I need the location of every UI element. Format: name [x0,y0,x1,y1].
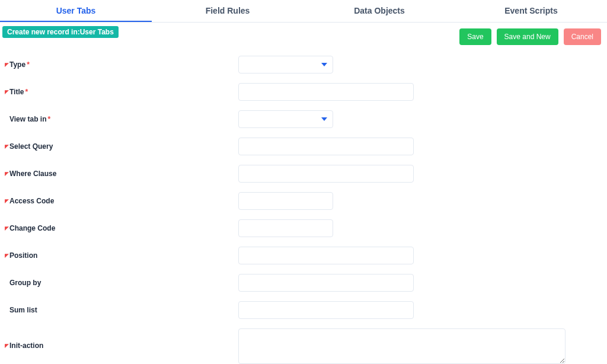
type-label: Type [9,60,25,69]
tab-field-rules[interactable]: Field Rules [152,0,304,22]
where-clause-input[interactable] [238,165,414,183]
position-label: Position [9,251,37,260]
main-tabs: User Tabs Field Rules Data Objects Event… [0,0,607,23]
required-icon: * [25,88,28,96]
save-button[interactable]: Save [459,28,491,45]
type-select[interactable] [238,56,333,74]
required-icon: * [27,60,30,69]
view-tab-in-select[interactable] [238,110,333,128]
field-marker-icon: ◤ [5,199,8,204]
init-action-label: Init-action [9,341,43,350]
record-form: ◤ Type * ◤ Title * ◤ View tab in * ◤ S [0,45,607,364]
field-marker-icon: ◤ [5,171,8,177]
tab-user-tabs[interactable]: User Tabs [0,0,152,22]
where-clause-label: Where Clause [9,170,56,178]
select-query-label: Select Query [9,142,53,151]
view-tab-in-label: View tab in [9,115,46,123]
title-input[interactable] [238,83,414,101]
group-by-label: Group by [9,279,41,287]
change-code-input[interactable] [238,219,333,237]
cancel-button[interactable]: Cancel [564,28,601,45]
field-marker-icon: ◤ [5,343,8,349]
access-code-input[interactable] [238,192,333,210]
field-marker-icon: ◤ [5,253,8,258]
sum-list-label: Sum list [9,306,37,314]
tab-event-scripts[interactable]: Event Scripts [455,0,607,22]
title-label: Title [9,88,24,96]
select-query-input[interactable] [238,138,414,155]
field-marker-icon: ◤ [5,144,8,149]
field-marker-icon: ◤ [5,62,8,68]
init-action-textarea[interactable] [238,328,566,364]
sum-list-input[interactable] [238,301,414,319]
change-code-label: Change Code [9,224,55,232]
save-and-new-button[interactable]: Save and New [497,28,558,45]
breadcrumb: Create new record in:User Tabs [2,26,119,38]
position-input[interactable] [238,247,414,264]
field-marker-icon: ◤ [5,226,8,231]
required-icon: * [47,115,50,123]
field-marker-icon: ◤ [5,90,8,95]
access-code-label: Access Code [9,197,54,205]
tab-data-objects[interactable]: Data Objects [304,0,455,22]
group-by-input[interactable] [238,274,414,292]
